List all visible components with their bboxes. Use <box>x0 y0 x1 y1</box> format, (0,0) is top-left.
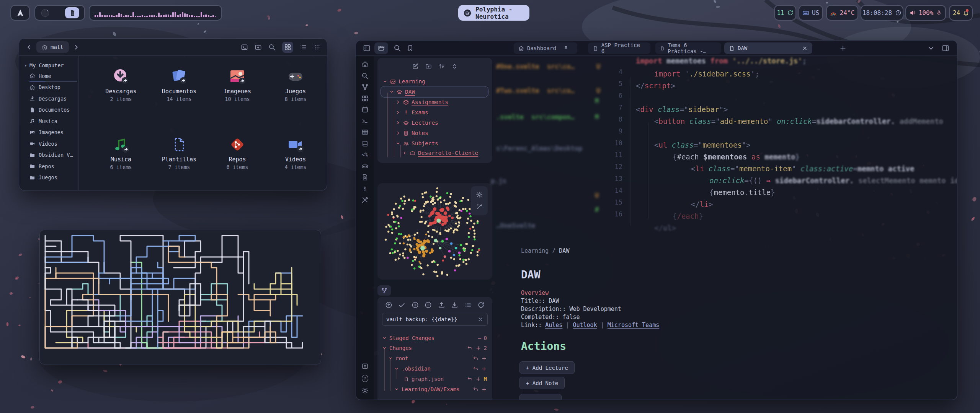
volume-indicator[interactable]: 100% <box>905 5 946 21</box>
templater-ribbon-icon[interactable]: <% <box>362 151 368 158</box>
sidebar-item-obsidian-vault[interactable]: Obsidian V… <box>24 150 78 161</box>
folder-tile-imagenes[interactable]: Imagenes 10 items <box>214 68 261 102</box>
stage-all-icon[interactable] <box>412 301 419 309</box>
pin-icon[interactable] <box>563 46 569 51</box>
tree-item-lectures[interactable]: Lectures <box>396 118 438 128</box>
stage-icon[interactable] <box>481 356 487 361</box>
sort-icon[interactable] <box>438 63 445 70</box>
folder-tile-musica[interactable]: Musica 6 items <box>97 136 145 170</box>
microphone-icon[interactable] <box>936 10 942 16</box>
tree-item-subjects[interactable]: Subjects <box>396 138 438 148</box>
pull-icon[interactable] <box>451 301 458 309</box>
link-outlook[interactable]: Outlook <box>573 322 597 328</box>
sidebar-item-musica[interactable]: Musica <box>24 115 78 127</box>
calendar-ribbon-icon[interactable] <box>361 106 369 113</box>
file-search-ribbon-icon[interactable] <box>361 174 369 181</box>
new-note-icon[interactable] <box>412 63 419 70</box>
folder-tile-juegos[interactable]: Juegos 8 items <box>272 68 319 102</box>
folder-tile-repos[interactable]: Repos 6 items <box>214 136 261 170</box>
active-workspace-tile[interactable] <box>65 7 79 18</box>
sidebar-item-videos[interactable]: Videos <box>24 138 78 150</box>
add-note-button[interactable]: + Add Note <box>519 377 565 389</box>
sidebar-item-desktop[interactable]: Desktop <box>24 82 78 93</box>
weather-indicator[interactable]: 24°C <box>826 5 858 21</box>
back-icon[interactable] <box>25 44 33 51</box>
git-row-exams-actions[interactable] <box>473 384 487 394</box>
git-row-staged[interactable]: Staged Changes <box>382 333 434 343</box>
speaker-icon[interactable] <box>910 10 916 16</box>
tab-list-chevron-icon[interactable] <box>927 44 935 52</box>
breadcrumb[interactable]: matt <box>36 41 69 53</box>
clear-input-icon[interactable] <box>477 316 483 322</box>
table-ribbon-icon[interactable] <box>361 128 369 136</box>
change-layout-icon[interactable] <box>464 301 472 309</box>
tab-asp-practice[interactable]: ASP Practice 6 <box>588 42 650 54</box>
note-breadcrumb[interactable]: Learning / DAW <box>521 247 569 254</box>
left-sidebar-toggle-icon[interactable] <box>363 44 371 52</box>
folder-tile-videos[interactable]: Videos 4 items <box>272 136 319 170</box>
updates-indicator[interactable]: 11 <box>774 5 796 21</box>
close-tab-icon[interactable] <box>802 46 808 51</box>
unstage-all-icon[interactable] <box>425 301 432 309</box>
tree-item-daw[interactable]: DAW <box>389 87 415 97</box>
right-sidebar-toggle-icon[interactable] <box>942 44 949 52</box>
add-button-partial[interactable] <box>519 394 562 400</box>
clock-indicator[interactable]: 18:08:28 <box>861 5 903 21</box>
discard-icon[interactable] <box>473 366 479 372</box>
bookmarks-view-icon[interactable] <box>407 44 414 52</box>
git-panel-tab[interactable] <box>377 285 391 296</box>
tree-item-assignments[interactable]: Assignments <box>396 97 448 107</box>
git-ribbon-icon[interactable] <box>361 83 369 91</box>
stage-icon[interactable] <box>481 366 487 372</box>
commit-push-icon[interactable] <box>385 301 392 309</box>
folder-tile-plantillas[interactable]: Plantillas 7 items <box>155 136 203 170</box>
search-icon[interactable] <box>268 44 276 51</box>
git-row-root[interactable]: root <box>388 353 408 363</box>
sidebar-section-title[interactable]: ▾ My Computer <box>24 60 78 70</box>
search-ribbon-icon[interactable] <box>361 72 369 80</box>
stage-icon[interactable] <box>475 345 481 351</box>
vault-switcher-icon[interactable] <box>361 363 369 370</box>
stage-icon[interactable] <box>481 387 487 392</box>
tree-item-exams[interactable]: !Exams <box>396 107 428 117</box>
currency-ribbon-icon[interactable]: $ <box>363 185 366 192</box>
sidebar-item-repos[interactable]: Repos <box>24 161 78 172</box>
tree-item-notes[interactable]: Notes <box>396 128 428 138</box>
git-row-graph-json[interactable]: graph.json <box>403 374 444 384</box>
graph-filter-wand-icon[interactable] <box>476 203 483 210</box>
home-ribbon-icon[interactable] <box>361 61 369 68</box>
files-view-button[interactable] <box>374 42 388 54</box>
new-folder-icon[interactable] <box>255 44 262 51</box>
gamepad-ribbon-icon[interactable] <box>361 163 369 170</box>
firefox-workspace-icon[interactable] <box>40 8 50 18</box>
list-view-icon[interactable] <box>300 44 307 51</box>
terminal-ribbon-icon[interactable] <box>361 117 369 125</box>
now-playing-pill[interactable]: Polyphia - Neurotica <box>458 5 529 21</box>
push-icon[interactable] <box>438 301 445 309</box>
stage-icon[interactable] <box>475 376 481 382</box>
discard-icon[interactable] <box>473 387 479 392</box>
tab-dashboard[interactable]: Dashboard <box>514 42 577 54</box>
add-lecture-button[interactable]: + Add Lecture <box>519 361 575 374</box>
sidebar-item-documentos[interactable]: Documentos <box>24 104 78 116</box>
search-view-icon[interactable] <box>394 44 401 52</box>
folder-tile-documentos[interactable]: Documentos 14 items <box>155 68 203 102</box>
git-row-changes[interactable]: Changes <box>382 343 412 353</box>
commit-icon[interactable] <box>398 301 405 309</box>
new-tab-icon[interactable] <box>839 44 847 52</box>
grid-view-button[interactable] <box>282 42 293 53</box>
folder-tile-descargas[interactable]: Descargas 2 items <box>97 68 145 102</box>
tab-daw[interactable]: DAW <box>724 42 812 54</box>
graph-settings-icon[interactable] <box>476 191 483 198</box>
tools-ribbon-icon[interactable] <box>361 196 369 203</box>
git-row-exams-dir[interactable]: Learning/DAW/Exams <box>394 384 460 394</box>
dashboard-ribbon-icon[interactable] <box>361 95 369 102</box>
tree-item-desarrollo-cliente[interactable]: Desarrollo-Cliente <box>402 148 478 158</box>
new-folder-icon[interactable] <box>425 63 432 70</box>
graph-view-panel[interactable] <box>377 183 492 280</box>
link-microsoft-teams[interactable]: Microsoft Teams <box>608 322 659 328</box>
discard-icon[interactable] <box>467 345 473 351</box>
sidebar-item-juegos[interactable]: Juegos <box>24 172 78 184</box>
notifications-indicator[interactable]: 24 <box>949 5 973 21</box>
git-row-obsidian-actions[interactable] <box>473 364 487 374</box>
